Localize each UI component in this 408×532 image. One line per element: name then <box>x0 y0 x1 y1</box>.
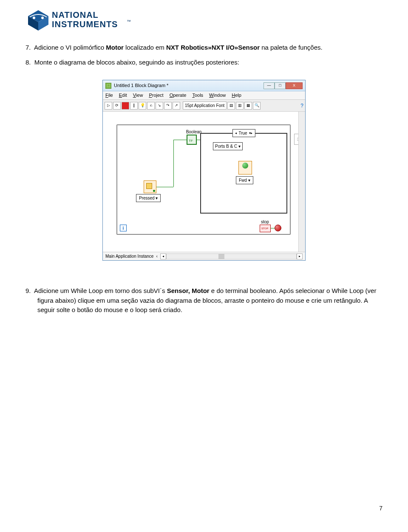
reorder-button[interactable]: ▦ <box>244 102 252 110</box>
step-over-button[interactable]: ↷ <box>164 102 172 110</box>
loop-condition[interactable] <box>275 225 281 231</box>
statusbar: Main Application Instance ‹ ◂ ▸ <box>103 252 305 260</box>
boolean-terminal[interactable] <box>187 135 197 145</box>
font-selector[interactable]: 15pt Application Font <box>183 101 227 110</box>
abort-button[interactable] <box>122 102 129 110</box>
window: ⬚ Untitled 1 Block Diagram * — □ X File … <box>102 80 306 261</box>
app-icon: ⬚ <box>105 83 111 89</box>
menu-edit[interactable]: Edit <box>119 92 127 99</box>
page-number: 7 <box>379 505 382 512</box>
distribute-button[interactable]: ▥ <box>236 102 244 110</box>
wire <box>197 140 200 140</box>
help-icon[interactable]: ? <box>300 102 303 110</box>
step-9: 9. Adicione um While Loop em torno dos s… <box>26 286 382 315</box>
step-into-button[interactable]: ↘ <box>156 102 163 110</box>
svg-point-0 <box>33 17 35 19</box>
chevron-left-icon: ‹ <box>156 253 157 259</box>
chevron-down-icon: ▾ <box>248 178 250 183</box>
labview-screenshot: ⬚ Untitled 1 Block Diagram * — □ X File … <box>102 80 306 261</box>
step-7: 7. Adicione o VI polimórfico Motor local… <box>26 43 382 53</box>
scroll-right-button[interactable]: ▸ <box>297 253 303 259</box>
wire <box>173 140 174 187</box>
svg-text:™: ™ <box>127 19 131 24</box>
list-number: 8. <box>26 59 31 66</box>
maximize-button[interactable]: □ <box>275 82 286 89</box>
ni-logo: NATIONAL INSTRUMENTS ™ <box>26 8 382 32</box>
minimize-button[interactable]: — <box>264 82 275 89</box>
menu-help[interactable]: Help <box>232 92 241 99</box>
step-out-button[interactable]: ↗ <box>173 102 180 110</box>
menu-project[interactable]: Project <box>149 92 163 99</box>
prev-case-icon[interactable]: ◂ <box>235 131 237 136</box>
menubar[interactable]: File Edit View Project Operate Tools Win… <box>103 91 305 100</box>
menu-file[interactable]: File <box>105 92 113 99</box>
next-case-icon[interactable]: ▾▸ <box>249 131 252 136</box>
run-button[interactable]: ▷ <box>105 102 112 110</box>
case-selector[interactable]: ◂ True ▾▸ <box>232 129 255 137</box>
wire <box>271 228 275 228</box>
menu-tools[interactable]: Tools <box>192 92 203 99</box>
case-structure[interactable]: ◂ True ▾▸ Ports B & C ▾ Fwd ▾ <box>200 133 287 214</box>
block-diagram-canvas[interactable]: ⬚ Boolean Pressed ▾ <box>103 112 305 252</box>
horizontal-scrollbar[interactable] <box>166 253 297 259</box>
vertical-scrollbar[interactable] <box>298 112 305 252</box>
svg-text:NATIONAL: NATIONAL <box>52 10 99 20</box>
search-button[interactable]: 🔍 <box>253 102 261 110</box>
list-number: 7. <box>26 44 31 51</box>
menu-view[interactable]: View <box>133 92 143 99</box>
ports-selector[interactable]: Ports B & C ▾ <box>213 142 243 150</box>
step-8: 8. Monte o diagrama de blocos abaixo, se… <box>26 58 382 68</box>
scroll-left-button[interactable]: ◂ <box>160 253 166 259</box>
stop-terminal[interactable] <box>260 225 271 232</box>
list-number: 9. <box>26 287 31 294</box>
sensor-subvi[interactable] <box>144 180 156 193</box>
run-continuous-button[interactable]: ⟳ <box>113 102 121 110</box>
window-title: Untitled 1 Block Diagram * <box>114 82 168 89</box>
titlebar[interactable]: ⬚ Untitled 1 Block Diagram * — □ X <box>103 80 305 91</box>
motor-subvi[interactable] <box>238 161 252 175</box>
wire <box>156 187 173 187</box>
chevron-down-icon: ▾ <box>156 196 158 200</box>
status-text: Main Application Instance <box>105 253 153 259</box>
wire <box>173 140 187 140</box>
document-body: 7. Adicione o VI polimórfico Motor local… <box>26 43 382 315</box>
close-button[interactable]: X <box>286 82 303 89</box>
menu-operate[interactable]: Operate <box>170 92 187 99</box>
toolbar[interactable]: ▷ ⟳ ∥ 💡 ⎌ ↘ ↷ ↗ 15pt Application Font ▤ … <box>103 100 305 112</box>
pause-button[interactable]: ∥ <box>130 102 138 110</box>
fwd-selector[interactable]: Fwd ▾ <box>236 176 253 184</box>
highlight-button[interactable]: 💡 <box>139 102 146 110</box>
stop-label: stop <box>261 219 269 225</box>
while-loop[interactable]: Boolean Pressed ▾ <box>116 124 291 235</box>
svg-point-1 <box>41 17 44 19</box>
pressed-selector[interactable]: Pressed ▾ <box>136 194 161 202</box>
menu-window[interactable]: Window <box>209 92 226 99</box>
align-button[interactable]: ▤ <box>227 102 235 110</box>
loop-iteration[interactable]: i <box>120 225 127 231</box>
chevron-down-icon: ▾ <box>238 144 241 149</box>
svg-text:INSTRUMENTS: INSTRUMENTS <box>52 20 118 29</box>
retain-button[interactable]: ⎌ <box>147 102 155 110</box>
